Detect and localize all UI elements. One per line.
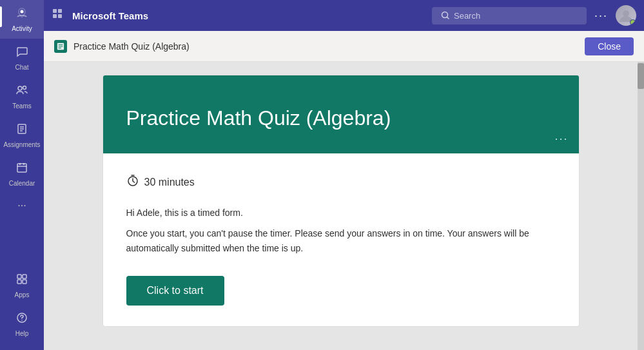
sidebar-more-dots[interactable]: ··· xyxy=(0,193,44,218)
quiz-instructions: Once you start, you can't pause the time… xyxy=(126,226,556,255)
topbar: Microsoft Teams ··· xyxy=(44,0,644,31)
calendar-icon xyxy=(15,161,28,177)
svg-point-2 xyxy=(23,86,26,90)
sidebar-item-chat[interactable]: Chat xyxy=(0,39,44,77)
quiz-greeting: Hi Adele, this is a timed form. xyxy=(126,206,556,220)
avatar-status-dot xyxy=(630,19,636,25)
sidebar-item-apps-label: Apps xyxy=(15,291,30,298)
close-button[interactable]: Close xyxy=(585,37,634,55)
scrollbar-thumb[interactable] xyxy=(638,63,644,89)
topbar-more-dots[interactable]: ··· xyxy=(594,9,608,23)
content-area: Practice Math Quiz (Algebra) ··· xyxy=(44,62,644,350)
svg-point-10 xyxy=(21,320,23,321)
search-input[interactable] xyxy=(454,11,570,21)
svg-point-1 xyxy=(18,86,22,90)
quiz-card: Practice Math Quiz (Algebra) ··· xyxy=(102,75,580,327)
svg-rect-4 xyxy=(17,164,26,172)
timer-label: 30 minutes xyxy=(144,177,195,188)
subbar-title: Practice Math Quiz (Algebra) xyxy=(73,41,578,52)
teams-icon xyxy=(15,84,28,100)
quiz-title: Practice Math Quiz (Algebra) xyxy=(126,106,556,130)
sidebar-item-teams-label: Teams xyxy=(12,102,31,110)
svg-rect-12 xyxy=(58,9,62,13)
sidebar-item-assignments-label: Assignments xyxy=(3,141,40,148)
search-box[interactable] xyxy=(432,7,587,24)
timer-icon xyxy=(126,174,139,190)
sidebar-item-activity[interactable]: Activity xyxy=(0,0,44,39)
assignments-icon xyxy=(15,122,28,139)
svg-point-16 xyxy=(623,10,629,17)
svg-rect-6 xyxy=(23,275,26,278)
sidebar-item-apps[interactable]: Apps xyxy=(0,266,44,305)
sidebar-bottom: Apps Help xyxy=(0,266,44,350)
sidebar-item-teams[interactable]: Teams xyxy=(0,77,44,116)
search-icon xyxy=(441,11,450,20)
content-inner: Practice Math Quiz (Algebra) ··· xyxy=(44,62,638,350)
sidebar: Activity Chat Teams Assignments xyxy=(0,0,44,350)
sidebar-item-calendar[interactable]: Calendar xyxy=(0,155,44,193)
svg-rect-7 xyxy=(17,280,21,284)
sidebar-item-activity-label: Activity xyxy=(12,25,32,32)
sidebar-item-help[interactable]: Help xyxy=(0,305,44,344)
help-icon xyxy=(15,311,28,327)
quiz-header: Practice Math Quiz (Algebra) ··· xyxy=(103,75,579,153)
subbar: Practice Math Quiz (Algebra) Close xyxy=(44,31,644,62)
sidebar-item-calendar-label: Calendar xyxy=(9,180,35,187)
quiz-body: 30 minutes Hi Adele, this is a timed for… xyxy=(103,153,579,326)
sidebar-item-chat-label: Chat xyxy=(15,64,28,71)
svg-rect-8 xyxy=(23,280,26,284)
svg-rect-11 xyxy=(53,9,57,13)
quiz-header-dots[interactable]: ··· xyxy=(554,132,568,146)
app-title: Microsoft Teams xyxy=(72,10,424,21)
activity-icon xyxy=(15,6,28,23)
svg-rect-13 xyxy=(53,14,57,18)
forms-icon xyxy=(54,40,67,53)
grid-icon[interactable] xyxy=(52,8,64,24)
sidebar-item-assignments[interactable]: Assignments xyxy=(0,116,44,155)
chat-icon xyxy=(15,45,28,61)
svg-rect-5 xyxy=(17,275,21,278)
timer-row: 30 minutes xyxy=(126,174,556,190)
scrollbar[interactable] xyxy=(638,62,644,350)
avatar[interactable] xyxy=(616,5,636,26)
svg-rect-14 xyxy=(58,14,62,18)
sidebar-item-help-label: Help xyxy=(15,330,29,337)
main-area: Microsoft Teams ··· xyxy=(44,0,644,350)
svg-point-0 xyxy=(21,10,24,14)
start-button[interactable]: Click to start xyxy=(126,276,224,306)
apps-icon xyxy=(15,273,28,289)
